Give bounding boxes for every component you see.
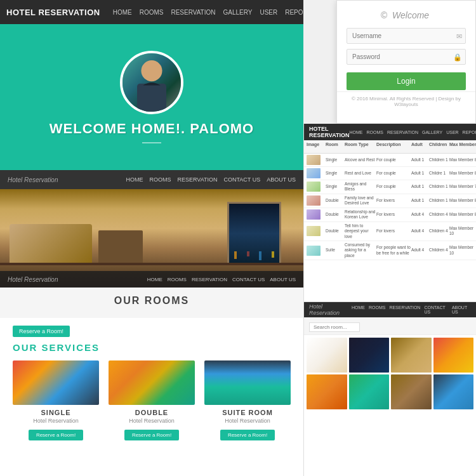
rb-home[interactable]: HOME — [147, 277, 162, 282]
row-children: Childre 1 — [429, 171, 449, 176]
nav-user[interactable]: USER — [260, 9, 277, 16]
rb-rooms[interactable]: ROOMS — [168, 277, 187, 282]
service-card-suite: SUITE ROOM Hotel Reservation Reserve a R… — [204, 360, 291, 440]
username-group: ✉ — [347, 28, 466, 44]
gal-reservation[interactable]: RESERVATION — [389, 305, 420, 314]
res-nav-gallery[interactable]: GALLERY — [422, 130, 442, 135]
row-type: Consumed by asking for a place — [345, 242, 376, 258]
row-adult: Adult 1 — [411, 171, 429, 176]
double-sublabel: Hotel Reservation — [109, 418, 195, 424]
nav-home[interactable]: HOME — [113, 9, 132, 16]
service-card-single: SINGLE Hotel Reservation Reserve a Room! — [13, 360, 99, 440]
res-nav-home[interactable]: HOME — [350, 130, 363, 135]
res-nav-user[interactable]: USER — [446, 130, 458, 135]
res-nav-rooms[interactable]: ROOMS — [367, 130, 383, 135]
row-desc: For couple — [376, 157, 411, 162]
password-group: 🔒 — [347, 49, 466, 65]
row-thumb — [307, 209, 321, 220]
avatar — [120, 51, 183, 114]
nav-gallery[interactable]: GALLERY — [223, 9, 252, 16]
suite-sublabel: Hotel Reservation — [204, 418, 291, 424]
res-nav-reservation[interactable]: RESERVATION — [387, 130, 418, 135]
gallery-thumb[interactable] — [391, 338, 432, 373]
res-navbar: HOTEL RESERVATION HOME ROOMS RESERVATION… — [304, 124, 476, 140]
row-max: Max Member 8 — [449, 157, 476, 162]
gal-navbar: Hotel Reservation HOME ROOMS RESERVATION… — [304, 302, 476, 317]
gallery-thumb[interactable] — [307, 338, 347, 373]
col-image: Image — [307, 142, 326, 151]
password-input[interactable] — [347, 49, 466, 65]
table-row: Double Relationship and Korean Love For … — [304, 208, 476, 222]
sub-nav-reservation[interactable]: RESERVATION — [177, 176, 217, 183]
reserve-btn-top[interactable]: Reserve a Room! — [13, 326, 70, 337]
nav-report[interactable]: REPORT — [285, 9, 303, 16]
row-adult: Adult 1 — [411, 184, 429, 189]
gallery-search-input[interactable] — [309, 322, 360, 332]
room-bottom-bar: Hotel Reservation HOME ROOMS RESERVATION… — [0, 271, 303, 288]
double-thumb — [109, 360, 195, 405]
gallery-thumb[interactable] — [349, 338, 390, 373]
nav-rooms[interactable]: ROOMS — [140, 9, 164, 16]
login-panel: © Welcome ✉ 🔒 Login © 2016 Minimal. All … — [336, 0, 476, 124]
single-sublabel: Hotel Reservation — [13, 418, 99, 424]
login-title: © Welcome — [347, 10, 466, 20]
sub-navbar: Hotel Reservation HOME ROOMS RESERVATION… — [0, 170, 303, 189]
row-max: Max Member 7 — [449, 184, 476, 189]
reserve-double-btn[interactable]: Reserve a Room! — [124, 430, 179, 440]
svg-point-0 — [141, 60, 162, 81]
row-adult: Adult 1 — [411, 198, 429, 203]
gal-search-bar — [304, 317, 476, 335]
rb-brand: Hotel Reservation — [8, 276, 58, 283]
gallery-thumb[interactable] — [391, 374, 432, 409]
bed — [10, 224, 92, 265]
col-desc: Description — [376, 142, 411, 151]
rb-reservation[interactable]: RESERVATION — [192, 277, 227, 282]
avatar-image — [122, 53, 181, 112]
col-room: Room — [326, 142, 345, 151]
reserve-suite-btn[interactable]: Reserve a Room! — [220, 430, 275, 440]
sub-nav-home[interactable]: HOME — [126, 176, 143, 183]
sub-nav-contact[interactable]: CONTACT US — [223, 176, 260, 183]
rb-about[interactable]: ABOUT US — [270, 277, 296, 282]
gal-rooms[interactable]: ROOMS — [369, 305, 385, 314]
gal-about[interactable]: ABOUT US — [452, 305, 471, 314]
nav-reservation[interactable]: RESERVATION — [171, 9, 215, 16]
table-row: Double Tell him to deepest your love For… — [304, 222, 476, 241]
login-button[interactable]: Login — [347, 72, 466, 90]
sub-nav-about[interactable]: ABOUT US — [267, 176, 296, 183]
gal-home[interactable]: HOME — [352, 305, 365, 314]
main-navbar: HOTEL RESERVATION HOME ROOMS RESERVATION… — [0, 0, 303, 24]
gal-contact[interactable]: CONTACT US — [424, 305, 448, 314]
hero-title: WELCOME HOME!. PALOMO — [50, 121, 254, 137]
gallery-section: Hotel Reservation HOME ROOMS RESERVATION… — [303, 301, 476, 476]
table-row: Single Amigos and Bless For couple Adult… — [304, 180, 476, 194]
services-title: OUR SERVICES — [13, 342, 291, 353]
res-nav-report[interactable]: REPORT — [463, 130, 476, 135]
row-type: Rest and Love — [345, 171, 376, 176]
row-type: Tell him to deepest your love — [345, 223, 376, 239]
reservation-section: HOTEL RESERVATION HOME ROOMS RESERVATION… — [303, 124, 476, 301]
row-type: Relationship and Korean Love — [345, 209, 376, 220]
sub-nav-rooms[interactable]: ROOMS — [149, 176, 171, 183]
row-max: Max Member 8 — [449, 212, 476, 217]
row-adult: Adult 1 — [411, 157, 429, 162]
row-thumb — [307, 246, 321, 256]
table-row: Suite Consumed by asking for a place For… — [304, 241, 476, 260]
svg-rect-1 — [137, 84, 166, 112]
gallery-thumb[interactable] — [307, 374, 347, 409]
gal-links: HOME ROOMS RESERVATION CONTACT US ABOUT … — [352, 305, 471, 314]
reserve-single-btn[interactable]: Reserve a Room! — [29, 430, 83, 440]
login-footer: © 2016 Minimal. All Rights Reserved | De… — [337, 91, 475, 107]
row-desc: For people want to be free for a while — [376, 245, 411, 256]
site-brand: HOTEL RESERVATION — [6, 8, 100, 17]
row-desc: For couple — [376, 171, 411, 176]
gallery-thumb[interactable] — [433, 374, 474, 409]
rb-links: HOME ROOMS RESERVATION CONTACT US ABOUT … — [147, 277, 296, 282]
username-input[interactable] — [347, 28, 466, 44]
gallery-thumb[interactable] — [433, 338, 474, 373]
rb-contact[interactable]: CONTACT US — [232, 277, 265, 282]
gallery-thumb[interactable] — [349, 374, 390, 409]
main-page: HOTEL RESERVATION HOME ROOMS RESERVATION… — [0, 0, 303, 476]
row-thumb — [307, 195, 321, 206]
service-card-double: DOUBLE Hotel Reservation Reserve a Room! — [109, 360, 195, 440]
